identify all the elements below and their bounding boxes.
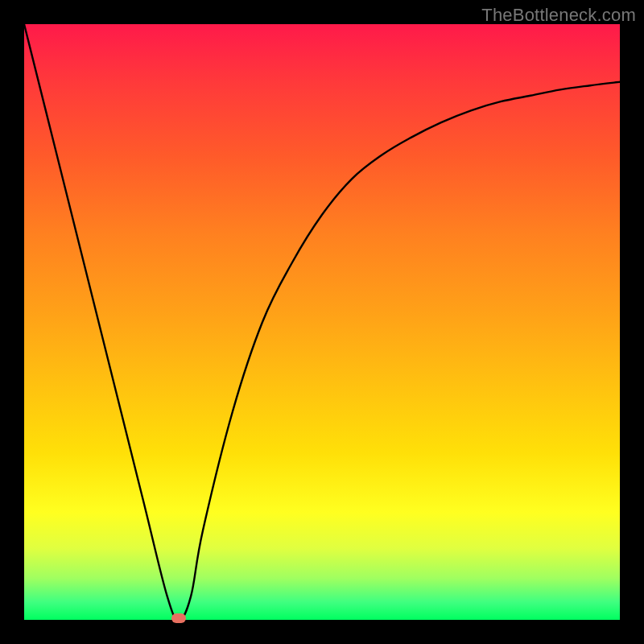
chart-container: TheBottleneck.com: [0, 0, 644, 644]
curve-svg: [24, 24, 620, 620]
bottleneck-curve-path: [24, 24, 620, 620]
watermark-text: TheBottleneck.com: [481, 5, 636, 26]
minimum-marker: [171, 613, 186, 623]
plot-area: [24, 24, 620, 620]
